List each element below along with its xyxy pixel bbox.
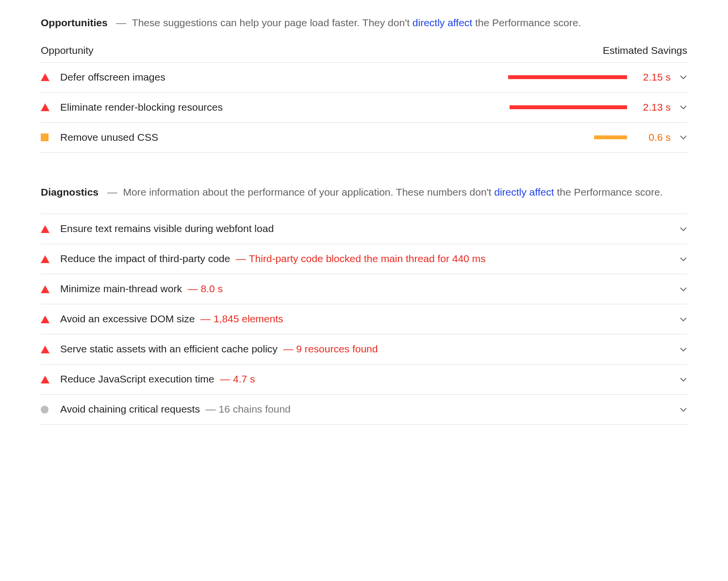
diagnostic-label: Reduce JavaScript execution time — 4.7 s bbox=[60, 371, 671, 387]
diagnostic-detail: 8.0 s bbox=[200, 283, 223, 294]
chevron-down-icon[interactable] bbox=[671, 73, 687, 81]
savings-value: 0.6 s bbox=[627, 132, 671, 143]
diagnostic-row[interactable]: Ensure text remains visible during webfo… bbox=[41, 214, 687, 244]
opportunity-row[interactable]: Defer offscreen images2.15 s bbox=[41, 63, 687, 93]
chevron-down-icon[interactable] bbox=[671, 376, 687, 383]
opportunities-columns: Opportunity Estimated Savings bbox=[41, 45, 687, 63]
savings-bar bbox=[506, 105, 627, 109]
savings-bar bbox=[506, 75, 627, 79]
savings-value: 2.13 s bbox=[627, 101, 671, 113]
diagnostic-label: Reduce the impact of third-party code — … bbox=[60, 251, 671, 267]
opportunity-label: Eliminate render-blocking resources bbox=[60, 100, 506, 116]
severity-icon bbox=[41, 406, 60, 414]
opportunity-row[interactable]: Remove unused CSS0.6 s bbox=[41, 123, 687, 153]
diagnostic-row[interactable]: Reduce the impact of third-party code — … bbox=[41, 244, 687, 274]
diagnostic-label: Avoid chaining critical requests — 16 ch… bbox=[60, 401, 671, 417]
diagnostic-row[interactable]: Minimize main-thread work — 8.0 s bbox=[41, 274, 687, 304]
chevron-down-icon[interactable] bbox=[671, 346, 687, 353]
col-savings: Estimated Savings bbox=[603, 45, 687, 56]
dash: — bbox=[116, 17, 126, 28]
diagnostic-detail: 9 resources found bbox=[296, 343, 378, 354]
severity-icon bbox=[41, 255, 60, 263]
severity-icon bbox=[41, 225, 60, 233]
diagnostics-desc-pre: More information about the performance o… bbox=[123, 186, 495, 198]
opportunities-title: Opportunities bbox=[41, 17, 108, 28]
diagnostic-row[interactable]: Avoid chaining critical requests — 16 ch… bbox=[41, 395, 687, 425]
opportunities-desc-post: the Performance score. bbox=[472, 17, 581, 28]
diagnostic-row[interactable]: Serve static assets with an efficient ca… bbox=[41, 334, 687, 365]
savings-value: 2.15 s bbox=[627, 71, 671, 83]
chevron-down-icon[interactable] bbox=[671, 406, 687, 414]
chevron-down-icon[interactable] bbox=[671, 133, 687, 141]
chevron-down-icon[interactable] bbox=[671, 285, 687, 293]
severity-icon bbox=[41, 376, 60, 383]
diagnostic-label: Ensure text remains visible during webfo… bbox=[60, 221, 671, 237]
dash: — bbox=[107, 186, 117, 198]
opportunity-label: Defer offscreen images bbox=[60, 69, 506, 85]
diagnostics-title: Diagnostics bbox=[41, 186, 99, 198]
diagnostic-label: Avoid an excessive DOM size — 1,845 elem… bbox=[60, 311, 671, 327]
diagnostics-list: Ensure text remains visible during webfo… bbox=[41, 214, 687, 425]
col-opportunity: Opportunity bbox=[41, 45, 94, 56]
severity-icon bbox=[41, 133, 60, 141]
diagnostics-desc-link[interactable]: directly affect bbox=[494, 186, 554, 198]
diagnostic-detail: Third-party code blocked the main thread… bbox=[249, 253, 486, 264]
severity-icon bbox=[41, 346, 60, 353]
opportunity-row[interactable]: Eliminate render-blocking resources2.13 … bbox=[41, 93, 687, 123]
opportunities-desc-pre: These suggestions can help your page loa… bbox=[132, 17, 413, 28]
diagnostic-detail: 1,845 elements bbox=[214, 313, 283, 324]
opportunities-desc-link[interactable]: directly affect bbox=[413, 17, 472, 28]
diagnostic-label: Serve static assets with an efficient ca… bbox=[60, 341, 671, 357]
opportunities-list: Defer offscreen images2.15 sEliminate re… bbox=[41, 63, 687, 153]
opportunity-label: Remove unused CSS bbox=[60, 130, 506, 146]
diagnostic-detail: 16 chains found bbox=[218, 403, 290, 415]
severity-icon bbox=[41, 103, 60, 111]
chevron-down-icon[interactable] bbox=[671, 225, 687, 233]
chevron-down-icon[interactable] bbox=[671, 315, 687, 323]
severity-icon bbox=[41, 285, 60, 293]
diagnostics-header: Diagnostics — More information about the… bbox=[41, 184, 687, 200]
diagnostics-desc-post: the Performance score. bbox=[554, 186, 663, 198]
opportunities-header: Opportunities — These suggestions can he… bbox=[41, 15, 687, 31]
diagnostic-row[interactable]: Avoid an excessive DOM size — 1,845 elem… bbox=[41, 304, 687, 334]
diagnostic-row[interactable]: Reduce JavaScript execution time — 4.7 s bbox=[41, 365, 687, 395]
chevron-down-icon[interactable] bbox=[671, 255, 687, 263]
chevron-down-icon[interactable] bbox=[671, 103, 687, 111]
severity-icon bbox=[41, 73, 60, 81]
savings-bar bbox=[506, 135, 627, 139]
diagnostic-label: Minimize main-thread work — 8.0 s bbox=[60, 281, 671, 297]
diagnostic-detail: 4.7 s bbox=[233, 373, 255, 384]
severity-icon bbox=[41, 315, 60, 323]
